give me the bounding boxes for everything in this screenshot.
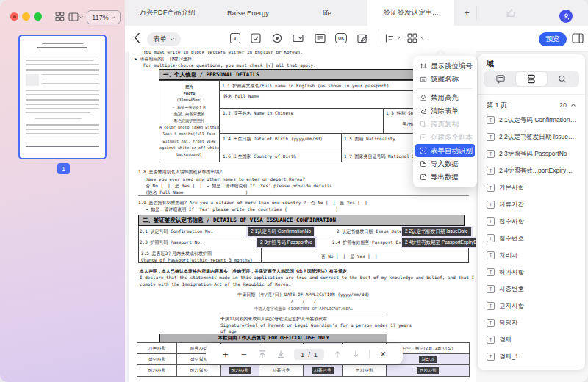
toolbar-separator: [379, 34, 379, 43]
radio-button-tool[interactable]: [272, 33, 282, 43]
chevron-up-icon[interactable]: [570, 103, 576, 107]
close-pager-button[interactable]: ✕: [378, 350, 388, 359]
list-box-tool[interactable]: [315, 33, 326, 43]
guardian-line-1: 未满17周岁的未成年人由父母或法定监护人代签或代章: [220, 316, 327, 321]
field-list-item[interactable]: T결제_1: [478, 348, 585, 365]
field-list-item[interactable]: T결제: [478, 331, 585, 348]
field-list-item[interactable]: T담당자: [478, 314, 585, 331]
field-1-1-value[interactable]: 姓名 Full Name: [223, 93, 259, 98]
push-button-tool[interactable]: OK: [335, 33, 347, 43]
intro-line-3: For multiple-choice questions, you must …: [143, 62, 316, 68]
text-field-type-icon: T: [487, 319, 495, 327]
field-list-item[interactable]: T처리과: [478, 247, 585, 264]
photo-line: 免冠、白色背景的: [174, 111, 205, 118]
field-list-item[interactable]: T접수사항: [478, 213, 585, 230]
field-name: 처리과: [499, 251, 518, 260]
text-field-type-icon: T: [487, 167, 495, 175]
text-field-type-icon: T: [487, 150, 495, 158]
account-avatar[interactable]: [559, 10, 573, 23]
form-field-chip[interactable]: 처리과: [419, 356, 437, 363]
form-mode-dropdown[interactable]: 表单: [147, 32, 181, 46]
field-list-item[interactable]: T체류기간: [478, 196, 585, 213]
menu-item-export-data[interactable]: 导出数据: [415, 170, 475, 184]
minimize-window-button[interactable]: [22, 12, 30, 21]
panel-toggle-button[interactable]: [572, 33, 584, 43]
menu-item-hide-names[interactable]: 隐藏名称: [415, 73, 475, 86]
official-use-title: 本栏目由工作人员填写 FOR OFFICIAL USE ONLY: [159, 334, 387, 342]
menu-separator: [417, 88, 473, 89]
application-date-slashes: / / /: [138, 298, 469, 303]
field-list-item[interactable]: T접수번호: [478, 230, 585, 247]
field-list-item[interactable]: T2 3护照号码 PassportNo: [478, 145, 585, 162]
sidebar-toggle-icon[interactable]: [68, 12, 79, 21]
photo-line: without hat, front view: [163, 138, 216, 145]
field-name: 허가사항: [499, 268, 524, 277]
form-field-chip[interactable]: 고지사항: [417, 367, 439, 374]
form-field-chip-passport-no[interactable]: 2 3护照号码 PassportNo: [257, 238, 315, 247]
form-field-chip-issue-date[interactable]: 2 2认定书签发日期 IssueDate: [402, 227, 471, 236]
export-icon: [420, 173, 427, 181]
field-list-item[interactable]: T사증번호: [478, 281, 585, 298]
scroll-to-top-button[interactable]: [257, 350, 268, 358]
tab-document-2[interactable]: Raise Energy: [209, 0, 287, 26]
menu-item-import-data[interactable]: 导入数据: [415, 157, 475, 170]
field-list-item[interactable]: T기본사항: [478, 179, 585, 196]
thumbs-up-icon[interactable]: [506, 8, 516, 18]
new-tab-button[interactable]: +: [454, 0, 479, 26]
question-1-9: 1.9 是否拥有双重国籍? Are you a citizen of more …: [138, 200, 368, 205]
tab-document-active[interactable]: 签证签发认定申...: [368, 0, 454, 26]
menu-item-label: 禁用高亮: [431, 93, 459, 103]
declaration-line-2: I declare that the statements made in th…: [140, 275, 476, 280]
more-form-actions-dropdown[interactable]: [407, 33, 417, 43]
checkbox-tool[interactable]: [251, 33, 261, 43]
zoom-select[interactable]: 117%: [87, 10, 121, 24]
table-cell: 고지사항: [343, 365, 387, 377]
tab-form-fields[interactable]: [516, 72, 547, 86]
alignment-dropdown[interactable]: [384, 33, 395, 43]
menu-item-disable-highlight[interactable]: 禁用高亮: [415, 91, 475, 104]
tab-document-1[interactable]: 万兴PDF产品介绍: [125, 0, 209, 26]
zoom-in-button[interactable]: +: [220, 349, 231, 360]
text-field-type-icon: T: [487, 302, 495, 310]
panel-divider: [478, 94, 585, 95]
field-list-item[interactable]: T2 1认定号码 ConfirmationNo: [478, 112, 585, 129]
table-cell: 기본사항: [137, 343, 177, 354]
chevron-down-icon: [420, 36, 425, 40]
field-list-item[interactable]: T2 2认定书签发日期 IssueDate: [478, 129, 585, 145]
zoom-out-button[interactable]: −: [239, 349, 249, 360]
duplicate-icon: [420, 134, 427, 141]
combo-box-tool[interactable]: [293, 33, 304, 43]
scroll-to-bottom-button[interactable]: [276, 350, 286, 358]
menu-item-show-tab-order[interactable]: 显示跳位编号: [415, 60, 475, 73]
menu-item-auto-recognize-form[interactable]: 表单自动识别: [415, 144, 475, 157]
previous-page-button[interactable]: [332, 350, 343, 358]
question-2-4: 2.4 护照有效期至 Passport Ex: [332, 239, 401, 245]
page-thumbnail[interactable]: [18, 35, 107, 159]
field-list-item[interactable]: T고지사항: [478, 298, 585, 314]
photo-line: (35mm×45mm): [176, 97, 201, 104]
tab-bar: 万兴PDF产品介绍 Raise Energy life 签证签发认定申... +: [125, 0, 588, 26]
text-field-tool[interactable]: T: [230, 33, 240, 43]
photo-line: - 粘贴一张近6个月: [173, 104, 207, 111]
menu-item-clear-form[interactable]: 清除表单: [415, 104, 475, 118]
preview-button[interactable]: 预览: [539, 32, 567, 46]
form-field-chip-passport-expiry[interactable]: 2 4护照有效期至 PassportExpiryD: [402, 238, 476, 247]
tab-search[interactable]: [547, 72, 578, 86]
question-1-5: 1.5 国籍 Nationality: [344, 136, 395, 141]
grid-view-icon[interactable]: [55, 12, 65, 21]
question-2-5-en: Change of Passport(within recent 3 month…: [141, 257, 253, 262]
tab-document-3[interactable]: life: [287, 0, 368, 26]
field-list-item[interactable]: T2 4护照有效...portExpiryDate: [478, 162, 585, 179]
form-field-chip-confirmation-no[interactable]: 2 1认定号码 ConfirmationNo: [248, 227, 314, 236]
next-page-button[interactable]: [351, 350, 361, 358]
field-list-item[interactable]: T허가사항: [478, 264, 585, 281]
form-field-chip[interactable]: 사증번호: [312, 367, 334, 374]
field-name: 사증번호: [499, 285, 524, 294]
close-window-button[interactable]: [10, 12, 18, 21]
fullscreen-window-button[interactable]: [34, 12, 42, 21]
form-field-chip[interactable]: 허가사항: [229, 367, 251, 374]
signature-field-tool[interactable]: [357, 33, 368, 44]
back-button[interactable]: [134, 32, 140, 43]
question-1-1: 1.1 护照英文姓名/Full name in English (as show…: [222, 83, 389, 88]
tab-comments[interactable]: [485, 72, 516, 86]
